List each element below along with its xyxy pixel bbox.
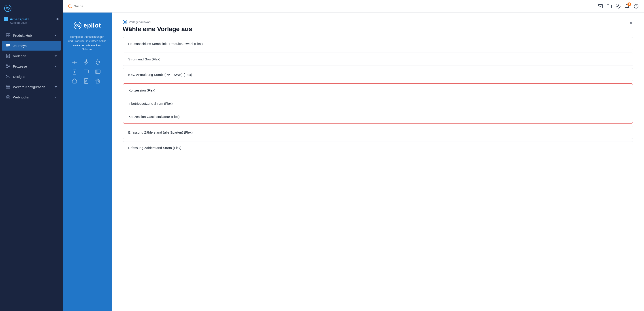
page-content: epilot Komplexe Dienstleistungen und Pro… [63, 12, 644, 311]
folder-icon[interactable] [607, 4, 612, 9]
workspace-subtitle: Konfiguration [4, 21, 59, 24]
sidebar-item-label: Webhooks [13, 95, 29, 99]
charging-station-icon [83, 78, 90, 84]
svg-rect-2 [6, 17, 8, 19]
sidebar-item-label: Journeys [13, 44, 27, 48]
svg-point-30 [618, 5, 619, 7]
svg-rect-42 [84, 70, 88, 73]
produkt-hub-icon [6, 33, 10, 38]
close-button[interactable]: × [628, 20, 633, 26]
sidebar-logo-area [0, 0, 63, 16]
sidebar-item-journeys[interactable]: Journeys [2, 41, 61, 50]
svg-rect-25 [6, 88, 10, 88]
solar-icon [71, 59, 78, 66]
sidebar-item-produkt-hub[interactable]: Produkt-Hub [2, 30, 61, 40]
sidebar-item-label: Designs [13, 75, 25, 78]
svg-point-17 [9, 66, 10, 67]
svg-rect-24 [6, 86, 10, 87]
svg-rect-29 [598, 4, 602, 8]
svg-line-28 [71, 7, 72, 8]
template-item[interactable]: Strom und Gas (Flex) [122, 52, 633, 66]
vorlagen-icon [6, 54, 10, 58]
lightning-icon [83, 59, 90, 66]
template-item-highlighted-bot[interactable]: Konzession Gastinstallateur (Flex) [122, 110, 633, 124]
app-logo-icon [4, 4, 12, 12]
main-area: 4 epilot [63, 0, 644, 311]
workspace-grid-icon [4, 17, 8, 21]
sidebar-item-weitere-konfiguration[interactable]: Weitere Konfiguration [2, 82, 61, 92]
mail-icon[interactable] [598, 4, 603, 9]
template-item[interactable]: EEG Anmeldung Kombi (PV + KWK) (Flex) [122, 68, 633, 81]
svg-rect-8 [8, 36, 10, 37]
epilot-tagline-text: Komplexe Dienstleistungen und Produkte s… [68, 35, 106, 52]
prozesse-icon [6, 64, 10, 68]
journeys-icon [6, 44, 10, 48]
sidebar-item-vorlagen[interactable]: Vorlagen [2, 51, 61, 61]
radiator-icon [94, 68, 101, 75]
workspace-toggle-arrows [56, 18, 59, 20]
arrow-down-icon [56, 19, 59, 20]
svg-rect-23 [6, 85, 10, 86]
designs-icon [6, 74, 10, 79]
template-step-label: Vorlagenauswahl [122, 20, 192, 24]
sidebar-item-label: Vorlagen [13, 54, 26, 58]
arrow-up-icon [56, 18, 59, 19]
house-icon [71, 78, 78, 84]
home-drop-icon [94, 78, 101, 84]
chevron-down-icon [54, 56, 57, 56]
svg-point-16 [6, 65, 8, 66]
template-item-highlighted-mid[interactable]: Inbetriebsetzung Strom (Flex) [122, 97, 633, 110]
svg-line-19 [8, 65, 9, 66]
svg-rect-6 [8, 34, 10, 35]
sidebar: Arbeitsplatz Konfiguration P [0, 0, 63, 311]
flame-icon [94, 59, 101, 66]
cart-icon [83, 68, 90, 75]
epilot-brand-icon [74, 22, 82, 30]
template-header: Vorlagenauswahl Wähle eine Vorlage aus × [112, 12, 644, 37]
chevron-down-icon [54, 86, 57, 88]
svg-rect-7 [6, 36, 8, 37]
sidebar-item-webhooks[interactable]: Webhooks [2, 92, 61, 102]
search-bar[interactable] [68, 4, 141, 8]
blue-branding-panel: epilot Komplexe Dienstleistungen und Pro… [63, 12, 112, 311]
svg-rect-5 [6, 34, 8, 35]
search-icon [68, 4, 72, 8]
step-dot [124, 21, 126, 23]
sidebar-item-label: Prozesse [13, 64, 27, 68]
webhooks-icon [6, 95, 10, 99]
svg-point-18 [6, 67, 8, 68]
sidebar-item-label: Weitere Konfiguration [13, 85, 45, 89]
epilot-brand-name: epilot [84, 22, 101, 29]
battery-icon [71, 68, 78, 75]
chevron-down-icon [54, 97, 57, 98]
chevron-down-icon [54, 35, 57, 36]
template-list: Hausanschluss Kombi inkl. Produktauswahl… [112, 37, 644, 311]
svg-rect-3 [4, 19, 6, 21]
template-panel: Vorlagenauswahl Wähle eine Vorlage aus ×… [112, 12, 644, 311]
template-item[interactable]: Erfassung Zählerstand (alle Sparten) (Fl… [122, 126, 633, 139]
svg-line-20 [8, 66, 9, 67]
sidebar-nav: Produkt-Hub Journeys [0, 27, 63, 311]
sidebar-item-prozesse[interactable]: Prozesse [2, 61, 61, 71]
chevron-down-icon [54, 66, 57, 67]
step-circle [122, 20, 127, 24]
sidebar-item-designs[interactable]: Designs [2, 72, 61, 82]
template-item[interactable]: Hausanschluss Kombi inkl. Produktauswahl… [122, 37, 633, 50]
template-item-highlighted-top[interactable]: Konzession (Flex) [122, 84, 633, 97]
notifications-icon[interactable]: 4 [625, 4, 630, 9]
epilot-feature-icons [71, 59, 104, 84]
workspace-title: Arbeitsplatz [4, 17, 29, 21]
info-icon[interactable] [634, 4, 639, 9]
svg-rect-9 [6, 44, 10, 45]
svg-rect-11 [6, 46, 8, 47]
template-selection-title: Wähle eine Vorlage aus [122, 26, 192, 33]
topbar-actions: 4 [598, 4, 639, 9]
search-input[interactable] [74, 4, 141, 8]
settings-gear-icon[interactable] [616, 4, 621, 9]
svg-point-33 [636, 5, 636, 6]
svg-point-26 [6, 95, 10, 99]
template-item[interactable]: Erfassung Zählerstand Strom (Flex) [122, 141, 633, 154]
svg-rect-1 [4, 17, 6, 19]
notification-badge: 4 [628, 2, 631, 6]
workspace-section[interactable]: Arbeitsplatz Konfiguration [0, 16, 63, 27]
